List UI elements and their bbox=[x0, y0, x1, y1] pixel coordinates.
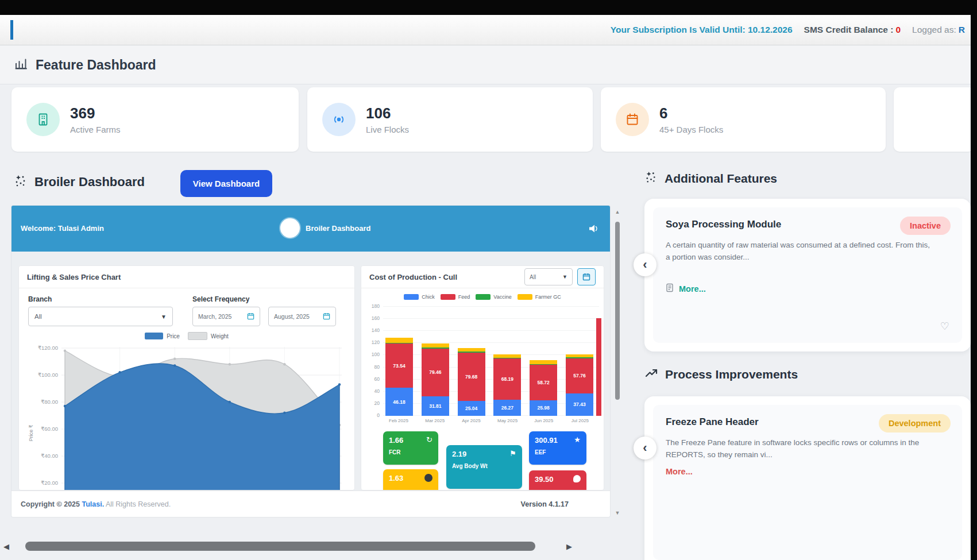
carousel-prev-button[interactable]: ‹ bbox=[634, 253, 657, 276]
stat-value: 106 bbox=[366, 105, 409, 122]
frequency-control: Select Frequency March, 2025 August, 202… bbox=[192, 295, 336, 326]
section-title: Process Improvements bbox=[665, 368, 798, 381]
speaker-icon[interactable] bbox=[588, 223, 600, 236]
scroll-right-arrow-icon[interactable]: ▶ bbox=[566, 542, 572, 551]
bar-segment-feed: 79.68 bbox=[458, 353, 485, 401]
lifting-sales-price-panel: Lifting & Sales Price Chart Branch All ▼… bbox=[18, 265, 355, 491]
vertical-scrollbar-thumb[interactable] bbox=[615, 222, 620, 400]
rights-text: All Rights Reserved. bbox=[106, 500, 171, 508]
legend-swatch bbox=[518, 294, 532, 300]
legend-label: Feed bbox=[458, 294, 470, 300]
section-title: Additional Features bbox=[665, 172, 777, 186]
broiler-dashboard-preview[interactable]: Welcome: Tulasi Admin Broiler Dashboard … bbox=[11, 206, 610, 517]
data-point bbox=[64, 405, 66, 407]
carousel-prev-button[interactable]: ‹ bbox=[634, 437, 657, 459]
cost-of-production-panel: Cost of Production - Cull All ▼ ChickFee… bbox=[361, 265, 604, 491]
y-axis-tick: 180 bbox=[366, 303, 380, 309]
bar-chart-x-labels: Feb 2025Mar 2025Apr 2025May 2025Jun 2025… bbox=[383, 418, 596, 423]
y-axis-tick: 160 bbox=[366, 315, 380, 321]
legend-item[interactable]: Weight bbox=[188, 332, 229, 340]
price-weight-area-chart: ₹120.00₹100.00₹80.00₹60.00₹40.00₹20.00Pr… bbox=[25, 341, 346, 491]
trending-up-icon bbox=[644, 366, 658, 383]
branch-select[interactable]: All ▼ bbox=[28, 307, 173, 326]
data-point bbox=[64, 350, 66, 352]
legend-swatch bbox=[441, 294, 455, 300]
x-axis-label: Feb 2025 bbox=[383, 418, 414, 423]
frequency-label: Select Frequency bbox=[192, 295, 336, 303]
card-footer: More... bbox=[666, 283, 949, 295]
preview-footer: Copyright © 2025 Tulasi. All Rights Rese… bbox=[11, 491, 610, 517]
bar-mar-2025: 31.8179.46 bbox=[422, 343, 449, 416]
bar-jun-2025: 25.9858.72 bbox=[530, 360, 557, 416]
scroll-up-arrow-icon[interactable]: ▲ bbox=[614, 209, 621, 215]
bar-jul-2025: 37.4357.76 bbox=[566, 354, 593, 416]
refresh-icon: ↻ bbox=[426, 436, 432, 443]
live-broadcast-icon bbox=[322, 103, 356, 136]
legend-item[interactable]: Chick bbox=[404, 294, 435, 300]
legend-item[interactable]: Vaccine bbox=[476, 294, 511, 300]
brand-link[interactable]: Tulasi. bbox=[82, 500, 104, 508]
y-axis-tick: ₹60.00 bbox=[41, 426, 58, 432]
legend-label: Farmer GC bbox=[535, 294, 561, 300]
soya-processing-module-card: ‹ Soya Processing Module Inactive A cert… bbox=[644, 199, 971, 352]
branch-label: Branch bbox=[28, 295, 173, 303]
panel-controls: All ▼ bbox=[524, 268, 596, 285]
legend-item[interactable]: Price bbox=[145, 333, 180, 339]
more-link[interactable]: More... bbox=[679, 284, 706, 293]
document-icon bbox=[666, 283, 674, 295]
bar-segment-farmer-gc bbox=[385, 338, 413, 342]
kpi-card-mortality: 39.50 bbox=[529, 470, 586, 491]
logged-as-user: R bbox=[959, 25, 965, 34]
kpi-label: EEF bbox=[535, 449, 581, 455]
bar-feb-2025: 46.1873.54 bbox=[385, 338, 413, 416]
text-cursor-caret bbox=[10, 20, 13, 40]
card-inner: Freeze Pane Header Development The Freez… bbox=[653, 405, 962, 560]
kpi-value: 300.91 bbox=[535, 436, 558, 445]
calendar-icon bbox=[616, 103, 649, 136]
legend-swatch bbox=[188, 332, 207, 340]
star-icon: ★ bbox=[574, 436, 581, 443]
cost-filter-select[interactable]: All ▼ bbox=[524, 268, 573, 285]
scroll-left-arrow-icon[interactable]: ◀ bbox=[3, 542, 9, 551]
legend-label: Vaccine bbox=[493, 294, 511, 300]
x-axis-label: Jul 2025 bbox=[565, 418, 596, 423]
bar-segment-feed: 68.19 bbox=[493, 358, 521, 400]
vertical-scrollbar[interactable]: ▲ ▼ bbox=[613, 207, 621, 517]
more-link[interactable]: More... bbox=[666, 467, 693, 476]
branch-control: Branch All ▼ bbox=[28, 295, 173, 326]
horizontal-scrollbar-thumb[interactable] bbox=[25, 542, 535, 551]
avatar bbox=[280, 218, 300, 238]
welcome-text: Welcome: Tulasi Admin bbox=[21, 224, 104, 233]
cost-calendar-button[interactable] bbox=[577, 268, 596, 285]
x-axis-label: May 2025 bbox=[492, 418, 523, 423]
heart-icon[interactable]: ♡ bbox=[940, 320, 949, 333]
date-to-value: August, 2025 bbox=[274, 313, 310, 320]
y-axis-tick: ₹40.00 bbox=[41, 453, 58, 459]
version-text: Version 4.1.17 bbox=[521, 500, 569, 508]
bar-chart-icon bbox=[14, 56, 29, 74]
copyright-prefix: Copyright © 2025 bbox=[21, 500, 80, 508]
date-from-value: March, 2025 bbox=[198, 313, 231, 320]
kpi-card-eef: 300.91★ EEF bbox=[529, 431, 586, 465]
date-from-input[interactable]: March, 2025 bbox=[192, 307, 260, 326]
cost-stacked-bar-chart: 02040608010012014016018046.1873.5431.817… bbox=[383, 307, 596, 416]
bar-may-2025: 26.2768.19 bbox=[493, 354, 521, 416]
legend-item[interactable]: Farmer GC bbox=[518, 294, 561, 300]
scroll-down-arrow-icon[interactable]: ▼ bbox=[614, 510, 621, 516]
legend-item[interactable]: Feed bbox=[441, 294, 470, 300]
view-dashboard-button[interactable]: View Dashboard bbox=[180, 170, 272, 197]
page-title-row: Feature Dashboard bbox=[14, 56, 156, 74]
y-axis-tick: 140 bbox=[366, 327, 380, 333]
bar-segment-chick: 25.04 bbox=[458, 401, 485, 416]
y-axis-tick: 20 bbox=[366, 400, 380, 406]
kpi-label: FCR bbox=[389, 449, 432, 455]
sms-credit-value: 0 bbox=[895, 25, 901, 34]
header-status-area: Your Subscription Is Valid Until: 10.12.… bbox=[611, 15, 965, 45]
panel-header: Lifting & Sales Price Chart bbox=[19, 266, 354, 288]
building-icon bbox=[26, 103, 60, 136]
bar-segment-chick: 25.98 bbox=[530, 400, 557, 416]
panel-header: Cost of Production - Cull All ▼ bbox=[361, 266, 604, 288]
date-to-input[interactable]: August, 2025 bbox=[268, 307, 336, 326]
y-axis-title: Price ₹ bbox=[28, 424, 34, 441]
legend-label: Weight bbox=[211, 333, 229, 339]
